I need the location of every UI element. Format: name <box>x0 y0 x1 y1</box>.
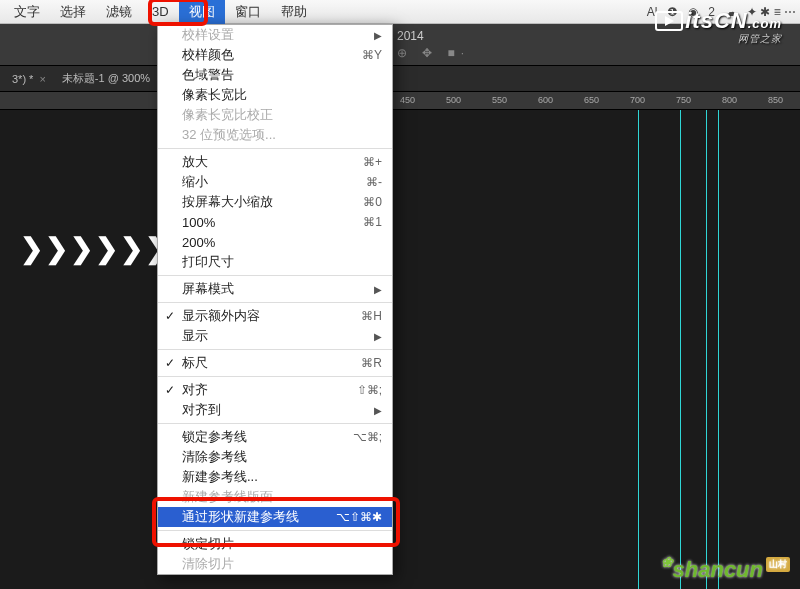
menu-item[interactable]: 100%⌘1 <box>158 212 392 232</box>
submenu-arrow-icon: ▶ <box>374 284 382 295</box>
menu-item-label: 清除切片 <box>182 555 234 573</box>
menu-item-label: 锁定切片 <box>182 535 234 553</box>
menu-item[interactable]: 新建参考线... <box>158 467 392 487</box>
vertical-guide[interactable] <box>706 110 707 589</box>
submenu-arrow-icon: ▶ <box>374 331 382 342</box>
shortcut-label: ⌘H <box>361 309 382 323</box>
menu-item[interactable]: 锁定切片 <box>158 534 392 554</box>
ruler-mark: 450 <box>400 95 415 105</box>
vertical-guide[interactable] <box>680 110 681 589</box>
ruler-mark: 800 <box>722 95 737 105</box>
menu-item-label: 对齐 <box>182 381 208 399</box>
shortcut-label: ⇧⌘; <box>357 383 382 397</box>
menu-item-label: 新建参考线... <box>182 468 258 486</box>
leaf-icon: ❀ <box>661 554 673 570</box>
shortcut-label: ⌘+ <box>363 155 382 169</box>
menu-item-label: 像素长宽比校正 <box>182 106 273 124</box>
menu-item-label: 32 位预览选项... <box>182 126 276 144</box>
menu-item-label: 对齐到 <box>182 401 221 419</box>
checkmark-icon: ✓ <box>165 383 175 397</box>
menu-item[interactable]: 通过形状新建参考线⌥⇧⌘✱ <box>158 507 392 527</box>
menu-text[interactable]: 文字 <box>4 0 50 24</box>
document-tab[interactable]: 未标题-1 @ 300%× <box>54 71 171 86</box>
menu-window[interactable]: 窗口 <box>225 0 271 24</box>
ruler-mark: 500 <box>446 95 461 105</box>
menu-view[interactable]: 视图 <box>179 0 225 24</box>
play-icon <box>655 11 683 31</box>
shortcut-label: ⌘0 <box>363 195 382 209</box>
shortcut-label: ⌥⇧⌘✱ <box>336 510 382 524</box>
shortcut-label: ⌥⌘; <box>353 430 382 444</box>
menu-item[interactable]: 色域警告 <box>158 65 392 85</box>
shortcut-label: ⌘R <box>361 356 382 370</box>
menu-item[interactable]: ✓显示额外内容⌘H <box>158 306 392 326</box>
menu-item[interactable]: ✓对齐⇧⌘; <box>158 380 392 400</box>
watermark-itscn: itsCN.com 网管之家 <box>655 8 782 46</box>
document-tabs: 3*) *× 未标题-1 @ 300%× <box>0 66 800 92</box>
menu-item[interactable]: ✓标尺⌘R <box>158 353 392 373</box>
menu-item[interactable]: 显示▶ <box>158 326 392 346</box>
menu-item-label: 像素长宽比 <box>182 86 247 104</box>
shortcut-label: ⌘- <box>366 175 382 189</box>
menu-item[interactable]: 清除参考线 <box>158 447 392 467</box>
vertical-guide[interactable] <box>638 110 639 589</box>
menu-item: 32 位预览选项... <box>158 125 392 145</box>
menu-item-label: 显示 <box>182 327 208 345</box>
menu-item-label: 色域警告 <box>182 66 234 84</box>
watermark-shancun: ❀shancun山村 <box>661 557 790 583</box>
menu-item-label: 校样颜色 <box>182 46 234 64</box>
checkmark-icon: ✓ <box>165 356 175 370</box>
menu-item-label: 标尺 <box>182 354 208 372</box>
menu-item-label: 按屏幕大小缩放 <box>182 193 273 211</box>
menu-item: 像素长宽比校正 <box>158 105 392 125</box>
vertical-guide[interactable] <box>718 110 719 589</box>
menu-item-label: 200% <box>182 235 215 250</box>
menu-item-label: 打印尺寸 <box>182 253 234 271</box>
menu-item[interactable]: 校样颜色⌘Y <box>158 45 392 65</box>
horizontal-ruler: 450500550600650700750800850900 <box>0 92 800 110</box>
view-menu-dropdown: 校样设置▶校样颜色⌘Y色域警告像素长宽比像素长宽比校正32 位预览选项...放大… <box>157 24 393 575</box>
menu-item: 新建参考线版面... <box>158 487 392 507</box>
menu-item[interactable]: 按屏幕大小缩放⌘0 <box>158 192 392 212</box>
shortcut-label: ⌘1 <box>363 215 382 229</box>
menu-3d[interactable]: 3D <box>142 1 179 22</box>
ruler-mark: 700 <box>630 95 645 105</box>
menu-item[interactable]: 缩小⌘- <box>158 172 392 192</box>
menu-filter[interactable]: 滤镜 <box>96 0 142 24</box>
menu-item-label: 屏幕模式 <box>182 280 234 298</box>
close-icon[interactable]: × <box>39 73 45 85</box>
menu-item-label: 校样设置 <box>182 26 234 44</box>
menu-item-label: 显示额外内容 <box>182 307 260 325</box>
menu-item-label: 100% <box>182 215 215 230</box>
menu-item-label: 新建参考线版面... <box>182 488 284 506</box>
ruler-mark: 750 <box>676 95 691 105</box>
menu-item[interactable]: 200% <box>158 232 392 252</box>
menu-item[interactable]: 放大⌘+ <box>158 152 392 172</box>
submenu-arrow-icon: ▶ <box>374 30 382 41</box>
menu-item[interactable]: 屏幕模式▶ <box>158 279 392 299</box>
menu-item-label: 通过形状新建参考线 <box>182 508 299 526</box>
menu-help[interactable]: 帮助 <box>271 0 317 24</box>
menu-item: 清除切片 <box>158 554 392 574</box>
menu-item[interactable]: 对齐到▶ <box>158 400 392 420</box>
menu-select[interactable]: 选择 <box>50 0 96 24</box>
ruler-mark: 550 <box>492 95 507 105</box>
menu-item: 校样设置▶ <box>158 25 392 45</box>
menu-item[interactable]: 打印尺寸 <box>158 252 392 272</box>
menu-item-label: 放大 <box>182 153 208 171</box>
submenu-arrow-icon: ▶ <box>374 405 382 416</box>
checkmark-icon: ✓ <box>165 309 175 323</box>
document-tab[interactable]: 3*) *× <box>4 73 54 85</box>
canvas-area[interactable]: 450500550600650700750800850900 ❯❯❯❯❯❯❯ <box>0 92 800 589</box>
menu-item[interactable]: 锁定参考线⌥⌘; <box>158 427 392 447</box>
menu-item-label: 缩小 <box>182 173 208 191</box>
ruler-mark: 600 <box>538 95 553 105</box>
shortcut-label: ⌘Y <box>362 48 382 62</box>
ruler-mark: 650 <box>584 95 599 105</box>
ruler-mark: 850 <box>768 95 783 105</box>
menu-item-label: 锁定参考线 <box>182 428 247 446</box>
menu-item[interactable]: 像素长宽比 <box>158 85 392 105</box>
menu-item-label: 清除参考线 <box>182 448 247 466</box>
